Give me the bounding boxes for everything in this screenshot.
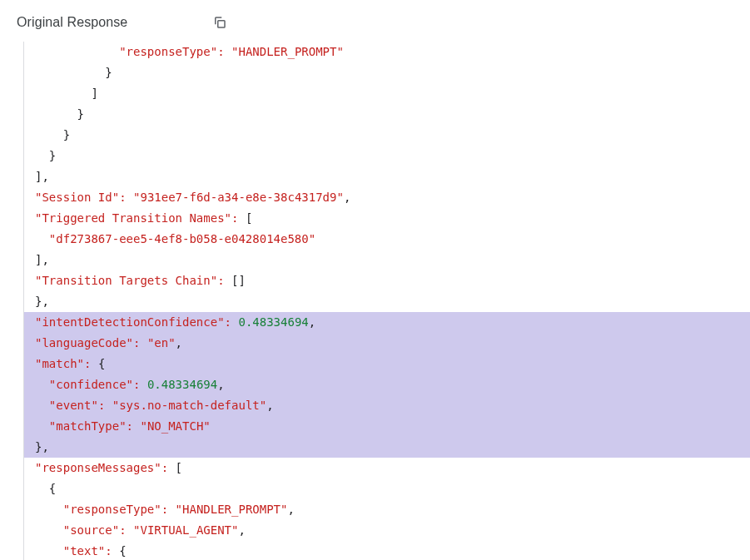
code-container: "responseType": "HANDLER_PROMPT" } ] } }…	[0, 42, 750, 560]
code-line: }	[35, 104, 750, 125]
code-line-highlighted: "confidence": 0.48334694,	[23, 374, 750, 395]
code-line-highlighted: "matchType": "NO_MATCH"	[23, 416, 750, 437]
panel-title: Original Response	[17, 15, 127, 30]
json-code-block[interactable]: "responseType": "HANDLER_PROMPT" } ] } }…	[23, 42, 750, 560]
code-line: ],	[35, 166, 750, 187]
code-line: "Transition Targets Chain": []	[35, 270, 750, 291]
code-line: "df273867-eee5-4ef8-b058-e0428014e580"	[35, 229, 750, 250]
code-line: },	[35, 291, 750, 312]
code-line-highlighted: "event": "sys.no-match-default",	[23, 395, 750, 416]
code-line: "responseType": "HANDLER_PROMPT"	[35, 42, 750, 62]
code-line-highlighted: "languageCode": "en",	[23, 333, 750, 354]
code-line: "source": "VIRTUAL_AGENT",	[35, 520, 750, 541]
code-line-highlighted: "match": {	[23, 354, 750, 374]
code-line: "Session Id": "931ee7-f6d-a34-e8e-38c431…	[35, 187, 750, 208]
copy-button[interactable]	[207, 10, 232, 35]
svg-rect-0	[218, 21, 225, 27]
code-line: }	[35, 62, 750, 83]
code-line: "text": {	[35, 541, 750, 560]
code-left-border	[23, 42, 24, 560]
code-line: }	[35, 146, 750, 166]
code-line-highlighted: },	[23, 437, 750, 458]
copy-icon	[212, 15, 227, 30]
code-line: "responseType": "HANDLER_PROMPT",	[35, 499, 750, 520]
code-line-highlighted: "intentDetectionConfidence": 0.48334694,	[23, 312, 750, 333]
code-line: }	[35, 125, 750, 146]
code-line: ]	[35, 83, 750, 104]
panel-header: Original Response	[0, 0, 750, 42]
code-line: "Triggered Transition Names": [	[35, 208, 750, 229]
code-line: {	[35, 478, 750, 499]
code-line: "responseMessages": [	[35, 458, 750, 478]
code-line: ],	[35, 250, 750, 270]
